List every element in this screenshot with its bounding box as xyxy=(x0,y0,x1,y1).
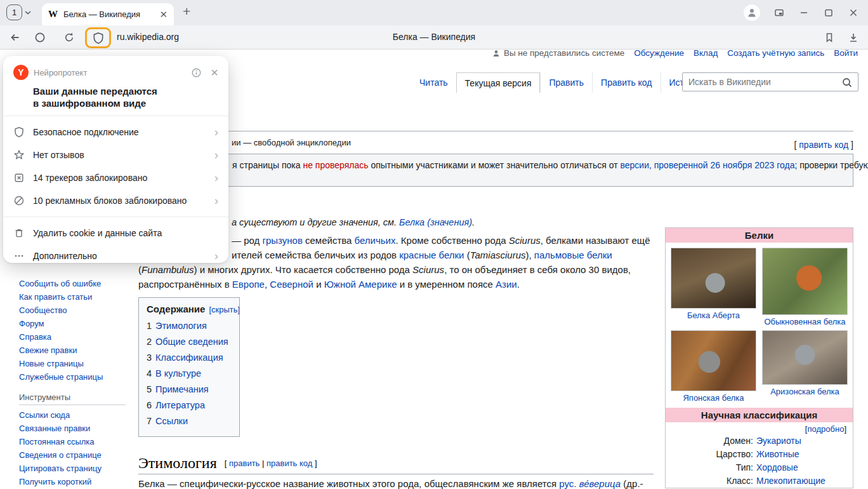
bookmark-icon[interactable] xyxy=(824,32,835,43)
inline-link[interactable]: править xyxy=(229,459,260,468)
sidebar-link-new-pages[interactable]: Новые страницы xyxy=(19,357,136,370)
image-caption-link[interactable]: Японская белка xyxy=(671,393,756,403)
minimize-icon[interactable] xyxy=(798,7,810,18)
toc-number: 1 xyxy=(147,321,155,331)
inline-link[interactable]: править код xyxy=(266,459,312,468)
link-create-account[interactable]: Создать учётную запись xyxy=(727,50,824,58)
tab-close-icon[interactable]: ✕ xyxy=(159,9,168,20)
panel-window-icon[interactable] xyxy=(773,7,785,18)
taxonomy-value-link[interactable]: Эукариоты xyxy=(756,434,853,448)
reload-icon[interactable] xyxy=(63,32,75,43)
download-icon[interactable] xyxy=(848,32,859,43)
protect-item-trackers-blocked[interactable]: 14 трекеров заблокировано › xyxy=(3,166,228,189)
sidebar-link-related-changes[interactable]: Связанные правки xyxy=(19,422,136,435)
inline-link[interactable]: рус. xyxy=(559,478,576,489)
delete-cookies-button[interactable]: Удалить cookie и данные сайта xyxy=(3,222,228,245)
inline-link[interactable]: Северной xyxy=(270,279,313,290)
sidebar-link-short-url[interactable]: Получить короткий xyxy=(19,475,136,488)
squirrel-image-red[interactable] xyxy=(762,248,848,315)
toc-link[interactable]: Литература xyxy=(155,400,205,410)
protect-item-ads-blocked[interactable]: 10 рекламных блоков заблокировано › xyxy=(3,189,228,212)
sidebar-link-what-links-here[interactable]: Ссылки сюда xyxy=(19,408,136,422)
toc-link[interactable]: Этимология xyxy=(155,321,207,331)
tab-edit[interactable]: Править xyxy=(540,72,592,93)
protect-item-secure-connection[interactable]: Безопасное подключение › xyxy=(3,121,228,144)
inline-link[interactable]: Белка (значения) xyxy=(399,217,472,227)
inline-link[interactable]: Южной Америке xyxy=(324,279,397,290)
squirrel-image-japanese[interactable] xyxy=(671,330,756,391)
chevron-right-icon: › xyxy=(214,150,218,160)
toc-link[interactable]: Общие сведения xyxy=(155,337,228,347)
protect-highlight-frame xyxy=(85,27,111,48)
toc-number: 7 xyxy=(147,416,155,426)
tab-current-version[interactable]: Текущая версия xyxy=(456,72,541,93)
toc-item: 5Примечания xyxy=(147,384,235,394)
tab-edit-source[interactable]: Править код xyxy=(592,72,660,93)
text-segment: и xyxy=(313,279,324,290)
sidebar-link-permanent-link[interactable]: Постоянная ссылка xyxy=(19,435,136,448)
link-talk[interactable]: Обсуждение xyxy=(634,50,684,58)
toc-link[interactable]: Ссылки xyxy=(155,416,188,426)
infobox-classification-title: Научная классификация xyxy=(666,408,853,422)
link-contribs[interactable]: Вклад xyxy=(694,50,718,58)
inline-link[interactable]: красные белки xyxy=(399,250,464,260)
toc-link[interactable]: Примечания xyxy=(155,384,209,394)
address-bar[interactable]: ru.wikipedia.org Белка — Википедия xyxy=(0,25,868,50)
taxonomy-value-link[interactable]: Животные xyxy=(756,448,853,461)
sidebar-link-page-info[interactable]: Сведения о странице xyxy=(19,448,136,462)
url-text[interactable]: ru.wikipedia.org xyxy=(117,25,179,49)
notice-text: я страницы пока не проверялась опытными … xyxy=(232,160,868,170)
wiki-search-box xyxy=(682,72,858,91)
tab-read[interactable]: Читать xyxy=(411,72,456,93)
tab-counter-button[interactable]: 1 xyxy=(6,4,31,20)
inline-link[interactable]: пальмовые белки xyxy=(534,250,612,260)
search-icon[interactable] xyxy=(841,77,853,88)
protect-item-label: Безопасное подключение xyxy=(33,127,214,137)
image-caption-link[interactable]: Аризонская белка xyxy=(762,387,848,396)
avatar[interactable] xyxy=(744,4,760,21)
taxonomy-value-link[interactable]: Хордовые xyxy=(756,461,853,474)
squirrel-image-arizona[interactable] xyxy=(762,330,848,385)
sidebar-link-special-pages[interactable]: Служебные страницы xyxy=(19,370,136,384)
inline-link[interactable]: беличьих xyxy=(355,235,396,246)
text-segment: . Кроме собственно рода xyxy=(396,235,509,246)
protect-item-reviews[interactable]: Нет отзывов › xyxy=(3,144,228,166)
sidebar-link-report-error[interactable]: Сообщить об ошибке xyxy=(19,277,136,290)
toc-link[interactable]: Классификация xyxy=(155,352,223,363)
sidebar-link-cite-page[interactable]: Цитировать страницу xyxy=(19,462,136,475)
search-input[interactable] xyxy=(683,73,858,91)
inline-link[interactable]: ве́верица xyxy=(579,478,621,489)
yandex-icon[interactable] xyxy=(34,32,46,43)
inline-link[interactable]: Азии xyxy=(496,279,517,290)
inline-link[interactable]: грызунов xyxy=(262,235,302,246)
image-caption-link[interactable]: Белка Аберта xyxy=(671,311,756,320)
toc-link[interactable]: В культуре xyxy=(155,368,201,378)
inline-link[interactable]: подробно xyxy=(807,424,844,434)
toc-hide-toggle[interactable]: [скрыть] xyxy=(209,305,240,314)
maximize-icon[interactable] xyxy=(823,7,834,18)
inline-link[interactable]: править код xyxy=(799,140,848,150)
popup-close-icon[interactable]: × xyxy=(211,67,218,78)
text-segment: опытными участниками и может значительно… xyxy=(369,160,621,170)
new-tab-button[interactable]: + xyxy=(183,4,190,19)
info-icon[interactable] xyxy=(191,67,202,78)
inline-link[interactable]: Европе xyxy=(232,279,265,290)
toc-number: 3 xyxy=(147,352,155,363)
link-login[interactable]: Войти xyxy=(834,50,858,58)
sidebar-link-how-to-edit[interactable]: Как править статьи xyxy=(19,290,136,304)
more-options-button[interactable]: Дополнительно › xyxy=(3,245,228,267)
protect-item-label: 14 трекеров заблокировано xyxy=(33,173,214,183)
sidebar-link-forum[interactable]: Форум xyxy=(19,317,136,330)
shield-icon[interactable] xyxy=(92,32,105,44)
squirrel-image-abert[interactable] xyxy=(671,248,756,309)
image-caption-link[interactable]: Обыкновенная белка xyxy=(762,317,848,326)
browser-tab[interactable]: W Белка — Википедия ✕ xyxy=(42,3,174,25)
sidebar-link-recent-changes[interactable]: Свежие правки xyxy=(19,344,136,357)
sidebar-link-help[interactable]: Справка xyxy=(19,330,136,344)
taxonomy-row: Домен:Эукариоты xyxy=(666,434,853,448)
close-icon[interactable] xyxy=(848,7,859,18)
sidebar-link-community[interactable]: Сообщество xyxy=(19,304,136,317)
inline-link[interactable]: версии, проверенной 26 ноября 2023 года xyxy=(620,160,794,170)
back-icon[interactable] xyxy=(9,32,21,43)
taxonomy-value-link[interactable]: Млекопитающие xyxy=(756,474,853,488)
